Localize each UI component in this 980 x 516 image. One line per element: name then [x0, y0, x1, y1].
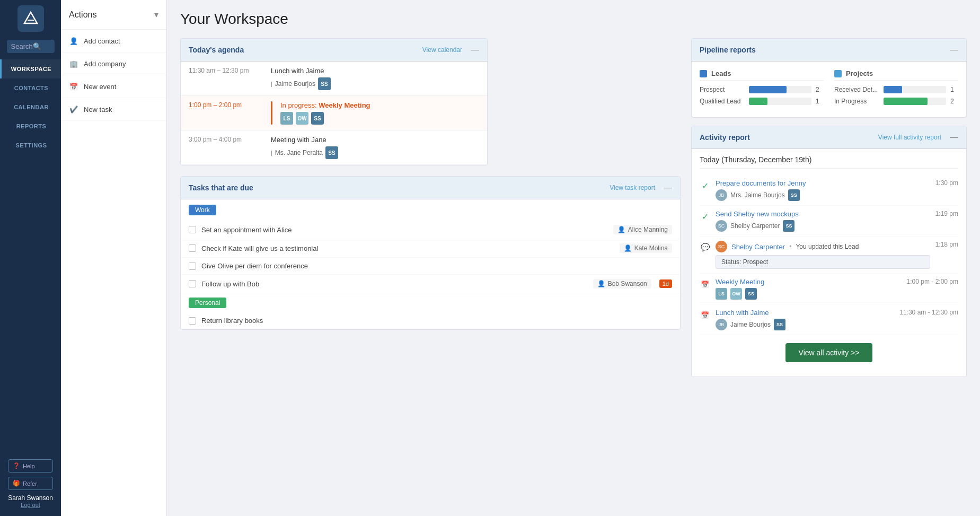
activity-title-shelby-lead[interactable]: Shelby Carpenter — [731, 243, 785, 251]
tasks-menu-icon[interactable]: — — [664, 183, 672, 193]
search-icon: 🔍 — [33, 42, 50, 50]
logout-link[interactable]: Log out — [8, 502, 53, 508]
activity-item-weekly-meeting: 📅 Weekly Meeting LS OW SS 1:00 pm - 2:00… — [700, 274, 958, 304]
pipeline-menu-icon[interactable]: — — [950, 45, 958, 55]
activity-time-weekly: 1:00 pm - 2:00 pm — [907, 278, 958, 285]
attendee-badge-ss-3: SS — [325, 146, 338, 159]
agenda-menu-icon[interactable]: — — [471, 45, 479, 55]
projects-dot — [834, 70, 842, 77]
agenda-item-meeting: 1:00 pm – 2:00 pm In progress: Weekly Me… — [181, 96, 487, 130]
pipeline-content: Leads Prospect 2 Qualified Lead — [692, 62, 966, 117]
tasks-card: Tasks that are due View task report — Wo… — [180, 176, 681, 330]
chevron-down-icon[interactable]: ▾ — [154, 10, 158, 20]
activity-title-lunch[interactable]: Lunch with Jaime — [716, 309, 894, 317]
attendee-name-1: Jaime Bourjos — [275, 80, 315, 88]
search-label: Search — [11, 42, 33, 50]
cards-layout: Today's agenda View calendar — 11:30 am … — [180, 38, 967, 377]
help-icon: ❓ — [13, 462, 20, 469]
pipeline-count-inprogress: 2 — [950, 98, 958, 105]
activity-title: Activity report — [700, 133, 750, 142]
activity-subtitle-weekly: LS OW SS — [716, 288, 902, 300]
tasks-title: Tasks that are due — [189, 183, 253, 192]
refer-button[interactable]: 🎁 Refer — [8, 477, 53, 490]
activity-title-weekly[interactable]: Weekly Meeting — [716, 278, 902, 286]
sidebar-nav: WORKSPACE CONTACTS CALENDAR REPORTS SETT… — [0, 59, 61, 155]
activity-menu-icon[interactable]: — — [950, 133, 958, 142]
sidebar-item-workspace[interactable]: WORKSPACE — [0, 59, 61, 78]
new-event-item[interactable]: 📅 New event — [61, 75, 166, 98]
agenda-content-3: Meeting with Jane | Ms. Jane Peralta SS — [271, 136, 479, 159]
pipeline-bar-wrap — [749, 86, 811, 93]
tag-work: Work — [189, 205, 216, 215]
add-company-item[interactable]: 🏢 Add company — [61, 53, 166, 75]
view-calendar-link[interactable]: View calendar — [422, 46, 462, 54]
search-box[interactable]: Search 🔍 — [7, 40, 55, 53]
agenda-attendees-1: | Jaime Bourjos SS — [271, 77, 479, 90]
activity-body-lunch: Lunch with Jaime JB Jaime Bourjos SS — [716, 309, 894, 330]
badge-ls: LS — [716, 288, 727, 300]
badge-ls: LS — [280, 112, 293, 125]
task-assignee-kate: 👤 Kate Molina — [620, 243, 672, 253]
task-item-library: Return library books — [181, 312, 680, 329]
activity-item-jenny: ✓ Prepare documents for Jenny JB Mrs. Ja… — [700, 175, 958, 206]
attendee-icon-3: | — [271, 150, 272, 156]
dot-separator: • — [789, 243, 791, 250]
new-task-item[interactable]: ✔️ New task — [61, 98, 166, 121]
task-checkbox-olive[interactable] — [189, 263, 196, 270]
activity-title-jenny[interactable]: Prepare documents for Jenny — [716, 179, 930, 187]
pipeline-leads-header: Leads — [700, 69, 824, 81]
lead-update-icon: 💬 — [700, 242, 710, 252]
task-checkbox-library[interactable] — [189, 317, 196, 325]
pipeline-bar-prospect — [749, 86, 787, 93]
task-checkbox-alice[interactable] — [189, 226, 196, 233]
task-checkbox-bob[interactable] — [189, 280, 196, 287]
tag-personal: Personal — [189, 298, 226, 308]
view-tasks-link[interactable]: View task report — [610, 184, 655, 191]
pipeline-count-received: 1 — [950, 86, 958, 93]
task-label-kate: Check if Kate will give us a testimonial — [201, 244, 614, 252]
task-label-alice: Set an appointment with Alice — [201, 226, 608, 234]
add-contact-item[interactable]: 👤 Add contact — [61, 30, 166, 53]
lead-status-box: Status: Prospect — [716, 255, 930, 269]
help-button[interactable]: ❓ Help — [8, 459, 53, 473]
activity-subtitle-jenny: JB Mrs. Jaime Bourjos SS — [716, 189, 930, 201]
pipeline-card: Pipeline reports — Leads Prospect — [691, 38, 967, 118]
badge-ss: SS — [311, 112, 324, 125]
sidebar-item-settings[interactable]: SETTINGS — [0, 136, 61, 155]
activity-content: Today (Thursday, December 19th) ✓ Prepar… — [692, 149, 966, 377]
leads-dot — [700, 70, 707, 77]
view-all-activity-button[interactable]: View all activity >> — [785, 343, 873, 362]
app-logo — [17, 5, 44, 32]
attendee-icon: | — [271, 81, 272, 87]
activity-item-lead-update: 💬 SC Shelby Carpenter • You updated this… — [700, 237, 958, 274]
activity-title-shelby-mockups[interactable]: Send Shelby new mockups — [716, 210, 930, 218]
sidebar: Search 🔍 WORKSPACE CONTACTS CALENDAR REP… — [0, 0, 61, 516]
lead-update-row: SC Shelby Carpenter • You updated this L… — [716, 241, 930, 252]
agenda-event-name-1: Lunch with Jaime — [271, 67, 479, 75]
task-checkbox-kate[interactable] — [189, 244, 196, 252]
user-name: Sarah Swanson — [8, 494, 53, 502]
agenda-attendees-3: | Ms. Jane Peralta SS — [271, 146, 479, 159]
avatar-shelby: SC — [716, 220, 727, 232]
event-icon-2: 📅 — [700, 310, 710, 320]
agenda-event-name-2: In progress: Weekly Meeting — [280, 101, 479, 109]
calendar-add-icon: 📅 — [69, 82, 78, 91]
task-assignee-bob: 👤 Bob Swanson — [593, 279, 651, 288]
task-item-kate: Check if Kate will give us a testimonial… — [181, 239, 680, 258]
task-complete-icon: ✓ — [700, 180, 710, 191]
building-add-icon: 🏢 — [69, 59, 78, 68]
sidebar-item-reports[interactable]: REPORTS — [0, 117, 61, 136]
sidebar-item-contacts[interactable]: CONTACTS — [0, 78, 61, 98]
badge-ss-shelby: SS — [783, 220, 794, 232]
activity-time-jenny: 1:30 pm — [935, 179, 958, 187]
actions-title: Actions — [69, 10, 96, 20]
pipeline-projects-row-1: Received Det... 1 — [834, 86, 958, 93]
actions-panel: Actions ▾ 👤 Add contact 🏢 Add company 📅 … — [61, 0, 167, 516]
task-label-olive: Give Olive per diem for conference — [201, 262, 672, 270]
agenda-content-2: In progress: Weekly Meeting LS OW SS — [280, 101, 479, 125]
pipeline-label-received: Received Det... — [834, 86, 879, 93]
pipeline-bar-received — [884, 86, 902, 93]
view-activity-link[interactable]: View full activity report — [878, 134, 941, 141]
task-item-bob: Follow up with Bob 👤 Bob Swanson 1d — [181, 275, 680, 293]
sidebar-item-calendar[interactable]: CALENDAR — [0, 98, 61, 117]
